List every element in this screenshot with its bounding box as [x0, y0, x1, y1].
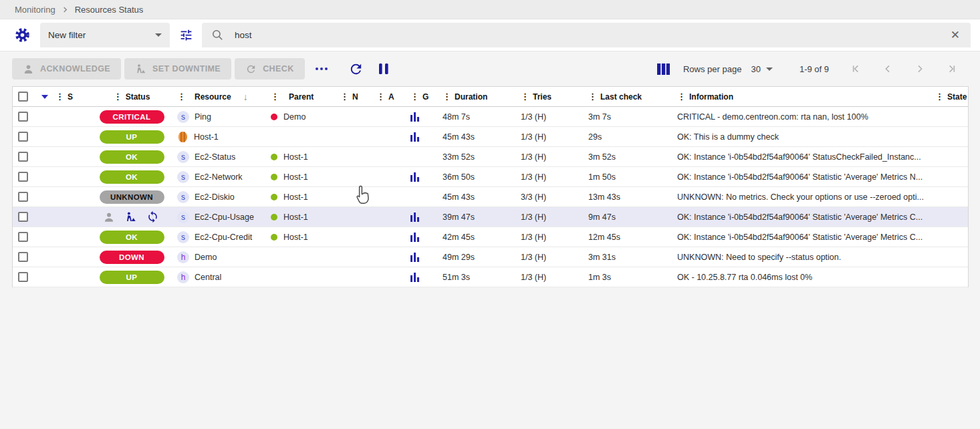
filter-select[interactable]: New filter: [40, 23, 170, 47]
column-header-g[interactable]: ⋮G: [404, 87, 437, 106]
resource-cell[interactable]: hCentral: [169, 267, 261, 287]
column-drag-handle-icon[interactable]: ⋮: [114, 92, 122, 101]
column-drag-handle-icon[interactable]: ⋮: [177, 92, 186, 101]
row-checkbox[interactable]: [18, 192, 28, 202]
next-page-button[interactable]: [912, 61, 928, 77]
column-label[interactable]: Duration: [455, 92, 487, 102]
first-page-button[interactable]: [848, 61, 864, 77]
rows-per-page-select[interactable]: 30: [751, 64, 772, 74]
filter-options-button[interactable]: [170, 25, 202, 45]
row-checkbox[interactable]: [18, 172, 28, 182]
column-label[interactable]: Resource: [195, 92, 231, 102]
row-checkbox[interactable]: [18, 132, 28, 142]
columns-settings-button[interactable]: [654, 61, 672, 78]
resource-name[interactable]: Host-1: [194, 132, 219, 142]
graph-cell[interactable]: [404, 127, 437, 146]
column-drag-handle-icon[interactable]: ⋮: [340, 92, 349, 101]
resource-name[interactable]: Ec2-Diskio: [195, 192, 235, 202]
column-header-a[interactable]: ⋮A: [368, 87, 404, 106]
more-actions-button[interactable]: [312, 64, 331, 74]
resource-cell[interactable]: Host-1: [169, 127, 261, 146]
column-header-information[interactable]: ⋮Information: [673, 87, 930, 106]
parent-name[interactable]: Host-1: [283, 233, 308, 242]
column-label[interactable]: A: [388, 92, 394, 102]
table-row[interactable]: OKsEc2-Cpu-CreditHost-142m 45s1/3 (H)12m…: [13, 227, 968, 247]
column-header-last_check[interactable]: ⋮Last check: [580, 87, 673, 106]
table-row[interactable]: CRITICALsPingDemo48m 7s1/3 (H)3m 7sCRITI…: [13, 107, 968, 127]
resource-name[interactable]: Ec2-Cpu-Credit: [195, 233, 252, 242]
row-checkbox[interactable]: [18, 112, 28, 122]
row-checkbox[interactable]: [18, 232, 28, 242]
column-drag-handle-icon[interactable]: ⋮: [677, 92, 686, 101]
column-header-parent[interactable]: ⋮Parent: [261, 87, 332, 106]
parent-name[interactable]: Host-1: [283, 172, 308, 182]
parent-cell[interactable]: Host-1: [261, 227, 332, 247]
refresh-button[interactable]: [346, 59, 366, 80]
resource-name[interactable]: Ec2-Network: [195, 172, 243, 182]
parent-cell[interactable]: Demo: [261, 107, 332, 126]
table-row[interactable]: OKsEc2-StatusHost-133m 52s1/3 (H)3m 52sO…: [13, 147, 968, 167]
row-checkbox[interactable]: [18, 272, 28, 282]
column-label[interactable]: Parent: [289, 92, 314, 102]
parent-cell[interactable]: Host-1: [261, 167, 332, 186]
parent-name[interactable]: Host-1: [283, 152, 308, 162]
column-drag-handle-icon[interactable]: ⋮: [271, 92, 279, 101]
resource-name[interactable]: Ping: [195, 112, 211, 122]
resource-name[interactable]: Ec2-Cpu-Usage: [195, 212, 254, 222]
resource-cell[interactable]: hDemo: [169, 247, 261, 267]
parent-cell[interactable]: Host-1: [261, 147, 332, 166]
resource-cell[interactable]: sEc2-Cpu-Credit: [169, 227, 261, 247]
acknowledge-button[interactable]: ACKNOWLEDGE: [12, 58, 121, 80]
column-header-status[interactable]: ⋮Status: [94, 87, 169, 106]
graph-cell[interactable]: [404, 247, 437, 267]
parent-name[interactable]: Host-1: [283, 192, 308, 202]
graph-cell[interactable]: [404, 167, 437, 186]
column-header-s[interactable]: ⋮S: [53, 87, 94, 106]
column-drag-handle-icon[interactable]: ⋮: [521, 92, 529, 101]
parent-name[interactable]: Demo: [283, 112, 305, 122]
row-checkbox[interactable]: [18, 152, 28, 162]
sort-desc-icon[interactable]: ↓: [243, 92, 248, 102]
column-label[interactable]: Information: [689, 92, 733, 102]
row-checkbox[interactable]: [18, 212, 28, 222]
resource-name[interactable]: Central: [195, 273, 221, 282]
column-drag-handle-icon[interactable]: ⋮: [443, 92, 451, 101]
table-row[interactable]: UNKNOWNsEc2-DiskioHost-145m 43s3/3 (H)13…: [13, 187, 968, 207]
pause-button[interactable]: [376, 60, 392, 78]
select-menu-caret-icon[interactable]: [41, 95, 48, 99]
check-button[interactable]: CHECK: [235, 58, 304, 80]
column-header-duration[interactable]: ⋮Duration: [437, 87, 515, 106]
column-header-state[interactable]: ⋮State: [930, 87, 968, 106]
column-drag-handle-icon[interactable]: ⋮: [935, 92, 944, 101]
previous-page-button[interactable]: [880, 61, 896, 77]
table-row[interactable]: DOWNhDemo49m 29s1/3 (H)3m 31sUNKNOWN: Ne…: [13, 247, 968, 267]
parent-name[interactable]: Host-1: [283, 212, 308, 222]
parent-cell[interactable]: Host-1: [261, 187, 332, 206]
search-box[interactable]: ✕: [202, 23, 971, 47]
resource-cell[interactable]: sEc2-Diskio: [169, 187, 261, 206]
search-input[interactable]: [233, 29, 940, 41]
resource-cell[interactable]: sEc2-Cpu-Usage: [169, 207, 261, 227]
resource-name[interactable]: Demo: [195, 253, 217, 262]
graph-cell[interactable]: [404, 267, 437, 287]
breadcrumb-monitoring[interactable]: Monitoring: [15, 5, 55, 15]
table-row[interactable]: UPhCentral51m 3s1/3 (H)1m 3sOK - 10.25.8…: [13, 267, 968, 287]
column-drag-handle-icon[interactable]: ⋮: [410, 92, 419, 101]
column-header-resource[interactable]: ⋮Resource↓: [169, 87, 261, 106]
graph-cell[interactable]: [404, 107, 437, 126]
column-drag-handle-icon[interactable]: ⋮: [55, 92, 64, 101]
filter-settings-button[interactable]: [9, 25, 35, 45]
column-label[interactable]: G: [422, 92, 428, 102]
clear-search-icon[interactable]: ✕: [949, 29, 961, 41]
resource-cell[interactable]: sEc2-Network: [169, 167, 261, 186]
resource-cell[interactable]: sPing: [169, 107, 261, 126]
column-label[interactable]: N: [352, 92, 358, 102]
parent-cell[interactable]: Host-1: [261, 207, 332, 227]
row-checkbox[interactable]: [18, 252, 28, 262]
table-row[interactable]: OKsEc2-NetworkHost-136m 50s1/3 (H)1m 50s…: [13, 167, 968, 187]
column-label[interactable]: S: [68, 92, 73, 102]
column-header-tries[interactable]: ⋮Tries: [515, 87, 580, 106]
column-label[interactable]: Status: [126, 92, 150, 102]
select-all-checkbox[interactable]: [18, 92, 28, 102]
column-label[interactable]: State: [947, 92, 967, 102]
